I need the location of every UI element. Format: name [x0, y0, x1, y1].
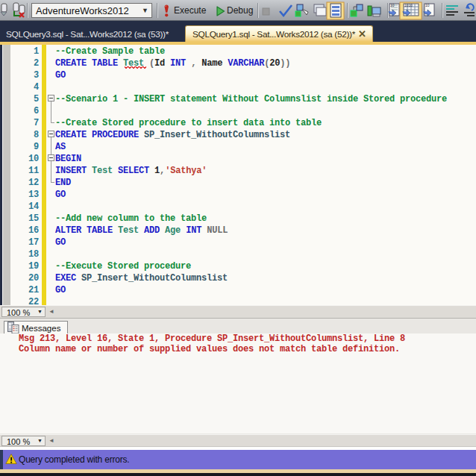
- svg-text:10: 10: [425, 3, 430, 7]
- svg-text:1010: 1010: [404, 3, 413, 7]
- svg-text:10: 10: [390, 3, 395, 7]
